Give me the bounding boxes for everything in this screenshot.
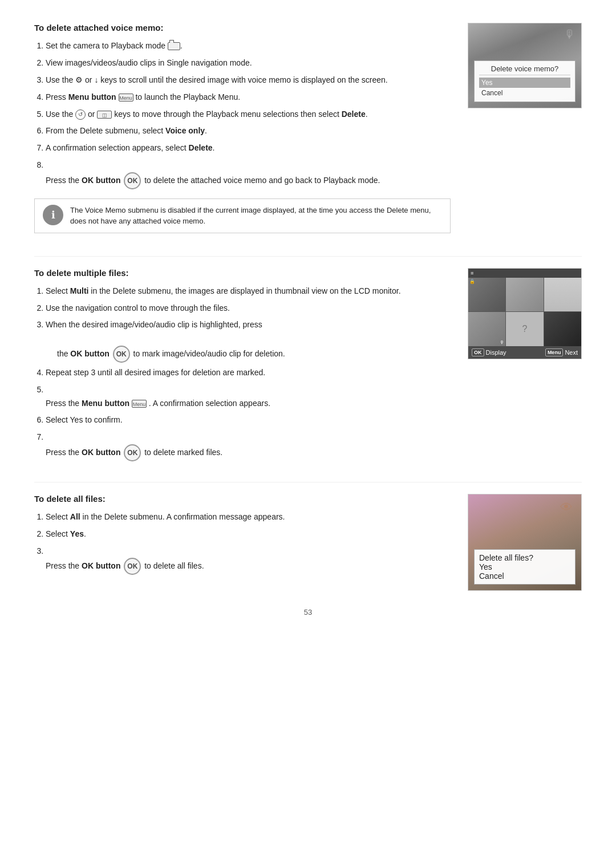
section3-content: To delete all files: Select All in the D…	[34, 494, 451, 591]
list-item: From the Delete submenu, select Voice on…	[46, 124, 451, 138]
playback-mode-icon	[168, 42, 180, 50]
ok-button-icon-4: OK	[124, 558, 141, 575]
list-item: Select Yes to confirm.	[46, 413, 451, 427]
section-delete-all: To delete all files: Select All in the D…	[34, 494, 582, 591]
delete-all-screenshot: 👁 Delete all files? Yes Cancel	[468, 494, 582, 591]
section1-content: To delete attached voice memo: Set the c…	[34, 23, 451, 239]
divider-2	[34, 482, 582, 482]
section2-content: To delete multiple files: Select Multi i…	[34, 268, 451, 465]
list-item: Use the ⚙ or ↓ keys to scroll until the …	[46, 74, 451, 87]
section1-title: To delete attached voice memo:	[34, 23, 451, 33]
menu-badge: Menu	[545, 348, 564, 356]
nav-icon: ◫	[97, 111, 112, 119]
list-item: Use the navigation control to move throu…	[46, 302, 451, 315]
list-item: Press the OK button OK to delete the att…	[46, 159, 451, 189]
scroll-down-icon: ↓	[94, 74, 98, 87]
section2-title: To delete multiple files:	[34, 268, 451, 278]
section2-image: ≡ 🔒 🎙 ? OK	[468, 268, 582, 465]
menu-button-icon: Menu	[119, 94, 133, 102]
list-item: Press Menu button Menu to launch the Pla…	[46, 91, 451, 104]
voice-memo-screenshot: 🎙 Delete voice memo? Yes Cancel	[468, 23, 582, 108]
dialog-option-cancel-1: Cancel	[479, 88, 570, 98]
dialog-title-2: Delete all files?	[479, 553, 570, 562]
ok-button-icon-2: OK	[113, 346, 130, 363]
menu-next-btn: Menu Next	[545, 348, 578, 356]
list-item: Press the OK button OK to delete marked …	[46, 431, 451, 461]
dialog-option-yes-1: Yes	[479, 78, 570, 88]
display-label: Display	[486, 349, 506, 356]
list-item: Press the OK button OK to delete all fil…	[46, 545, 451, 575]
ok-button-icon-3: OK	[124, 444, 141, 461]
list-item: Use the ↺ or ◫ keys to move through the …	[46, 108, 451, 121]
scroll-up-icon: ⚙	[75, 74, 83, 87]
list-item: Set the camera to Playback mode .	[46, 39, 451, 53]
dialog-title-1: Delete voice memo?	[479, 64, 570, 75]
list-item: Repeat step 3 until all desired images f…	[46, 366, 451, 380]
menu-button-icon-2: Menu	[132, 400, 147, 408]
list-item: A confirmation selection appears, select…	[46, 141, 451, 155]
list-item: Select Multi in the Delete submenu, the …	[46, 285, 451, 298]
ok-badge: OK	[472, 348, 484, 356]
section3-title: To delete all files:	[34, 494, 451, 504]
section3-image: 👁 Delete all files? Yes Cancel	[468, 494, 582, 591]
divider-1	[34, 256, 582, 257]
section-delete-multiple: To delete multiple files: Select Multi i…	[34, 268, 582, 465]
section-delete-voice-memo: To delete attached voice memo: Set the c…	[34, 23, 582, 239]
multi-footer: OK Display Menu Next	[468, 346, 581, 359]
note-text-1: The Voice Memo submenu is disabled if th…	[70, 205, 442, 227]
list-item: Select All in the Delete submenu. A conf…	[46, 510, 451, 524]
section3-steps: Select All in the Delete submenu. A conf…	[46, 510, 451, 575]
list-item: Select Yes.	[46, 528, 451, 541]
voice-memo-dialog: Delete voice memo? Yes Cancel	[474, 60, 576, 102]
list-item: View images/videos/audio clips in Single…	[46, 56, 451, 70]
note-box-1: ℹ The Voice Memo submenu is disabled if …	[34, 198, 451, 233]
list-item: When the desired image/video/audio clip …	[46, 318, 451, 363]
note-icon-1: ℹ	[43, 205, 63, 225]
next-label: Next	[565, 349, 578, 356]
page-number: 53	[34, 608, 582, 616]
section1-steps: Set the camera to Playback mode . View i…	[46, 39, 451, 189]
dialog-option-cancel-2: Cancel	[479, 571, 570, 581]
section2-steps: Select Multi in the Delete submenu, the …	[46, 285, 451, 461]
ok-button-icon-1: OK	[124, 172, 141, 189]
delete-all-dialog: Delete all files? Yes Cancel	[474, 549, 576, 585]
four-way-icon-1: ↺	[75, 109, 86, 120]
list-item: Press the Menu button Menu . A confirmat…	[46, 383, 451, 411]
dialog-option-yes-2: Yes	[479, 562, 570, 571]
section1-image: 🎙 Delete voice memo? Yes Cancel	[468, 23, 582, 239]
ok-display-btn: OK Display	[472, 348, 506, 356]
